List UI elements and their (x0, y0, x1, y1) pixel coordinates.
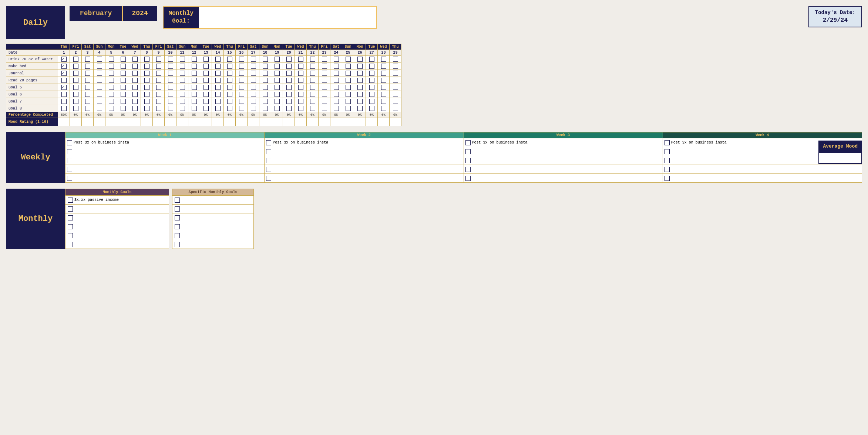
checkbox-2-5[interactable] (117, 70, 129, 77)
weekly-task-1-0[interactable]: Post 3x on business insta (265, 138, 464, 147)
mood-cell-11[interactable] (188, 118, 200, 126)
checkbox-2-2[interactable] (82, 70, 94, 77)
checkbox-7-4[interactable] (105, 105, 117, 112)
checkbox-4-24[interactable] (342, 84, 354, 91)
checkbox-5-13[interactable] (212, 91, 224, 98)
mood-cell-27[interactable] (378, 118, 390, 126)
monthly-goal-3[interactable] (65, 222, 169, 231)
checkbox-1-20[interactable] (295, 63, 307, 70)
checkbox-1-21[interactable] (307, 63, 319, 70)
weekly-task-1-4[interactable] (265, 174, 464, 183)
checkbox-4-27[interactable] (378, 84, 390, 91)
checkbox-0-6[interactable] (129, 56, 141, 63)
checkbox-3-10[interactable] (176, 77, 188, 84)
specific-goal-4[interactable] (172, 231, 254, 240)
checkbox-0-14[interactable] (224, 56, 236, 63)
specific-goal-cb-4[interactable] (175, 233, 180, 238)
weekly-task-0-1[interactable] (65, 147, 265, 156)
checkbox-2-28[interactable] (390, 70, 401, 77)
checkbox-6-6[interactable] (129, 98, 141, 105)
checkbox-2-8[interactable] (153, 70, 165, 77)
mood-cell-25[interactable] (354, 118, 366, 126)
specific-goal-cb-0[interactable] (175, 198, 180, 203)
checkbox-3-27[interactable] (378, 77, 390, 84)
checkbox-5-11[interactable] (188, 91, 200, 98)
checkbox-7-19[interactable] (283, 105, 295, 112)
checkbox-5-18[interactable] (271, 91, 283, 98)
monthly-goal-cb-5[interactable] (68, 242, 73, 247)
checkbox-2-7[interactable] (141, 70, 153, 77)
checkbox-7-2[interactable] (82, 105, 94, 112)
checkbox-7-8[interactable] (153, 105, 165, 112)
weekly-task-2-2[interactable] (464, 156, 663, 165)
checkbox-1-26[interactable] (366, 63, 378, 70)
checkbox-0-10[interactable] (176, 56, 188, 63)
checkbox-2-23[interactable] (330, 70, 342, 77)
checkbox-3-6[interactable] (129, 77, 141, 84)
checkbox-6-15[interactable] (236, 98, 248, 105)
weekly-task-0-4[interactable] (65, 174, 265, 183)
checkbox-6-5[interactable] (117, 98, 129, 105)
weekly-task-1-2[interactable] (265, 156, 464, 165)
checkbox-3-19[interactable] (283, 77, 295, 84)
checkbox-7-1[interactable] (70, 105, 82, 112)
checkbox-2-14[interactable] (224, 70, 236, 77)
weekly-cb-2-4[interactable] (465, 176, 471, 181)
checkbox-5-14[interactable] (224, 91, 236, 98)
mood-cell-8[interactable] (153, 118, 165, 126)
checkbox-0-11[interactable] (188, 56, 200, 63)
checkbox-0-17[interactable] (259, 56, 271, 63)
checkbox-4-21[interactable] (307, 84, 319, 91)
mood-cell-13[interactable] (212, 118, 224, 126)
checkbox-6-1[interactable] (70, 98, 82, 105)
monthly-goal-input[interactable] (199, 7, 376, 28)
checkbox-2-21[interactable] (307, 70, 319, 77)
checkbox-6-16[interactable] (248, 98, 259, 105)
checkbox-4-6[interactable] (129, 84, 141, 91)
checkbox-6-7[interactable] (141, 98, 153, 105)
checkbox-2-4[interactable] (105, 70, 117, 77)
checkbox-0-18[interactable] (271, 56, 283, 63)
weekly-cb-1-1[interactable] (266, 149, 271, 154)
checkbox-3-18[interactable] (271, 77, 283, 84)
checkbox-4-25[interactable] (354, 84, 366, 91)
mood-cell-18[interactable] (271, 118, 283, 126)
mood-cell-17[interactable] (259, 118, 271, 126)
checkbox-1-24[interactable] (342, 63, 354, 70)
checkbox-7-24[interactable] (342, 105, 354, 112)
checkbox-3-17[interactable] (259, 77, 271, 84)
checkbox-3-25[interactable] (354, 77, 366, 84)
mood-cell-6[interactable] (129, 118, 141, 126)
checkbox-3-1[interactable] (70, 77, 82, 84)
checkbox-0-25[interactable] (354, 56, 366, 63)
mood-cell-4[interactable] (105, 118, 117, 126)
checkbox-5-15[interactable] (236, 91, 248, 98)
mood-cell-19[interactable] (283, 118, 295, 126)
checkbox-3-13[interactable] (212, 77, 224, 84)
checkbox-0-21[interactable] (307, 56, 319, 63)
weekly-task-3-3[interactable] (663, 165, 862, 174)
checkbox-6-3[interactable] (94, 98, 105, 105)
checkbox-3-20[interactable] (295, 77, 307, 84)
checkbox-3-0[interactable] (58, 77, 70, 84)
checkbox-0-4[interactable] (105, 56, 117, 63)
checkbox-5-20[interactable] (295, 91, 307, 98)
mood-cell-20[interactable] (295, 118, 307, 126)
checkbox-3-28[interactable] (390, 77, 401, 84)
checkbox-7-9[interactable] (165, 105, 176, 112)
checkbox-1-2[interactable] (82, 63, 94, 70)
checkbox-2-3[interactable] (94, 70, 105, 77)
mood-cell-24[interactable] (342, 118, 354, 126)
checkbox-4-5[interactable] (117, 84, 129, 91)
checkbox-7-5[interactable] (117, 105, 129, 112)
specific-goal-2[interactable] (172, 213, 254, 222)
weekly-cb-0-3[interactable] (67, 167, 72, 172)
checkbox-0-15[interactable] (236, 56, 248, 63)
checkbox-4-12[interactable] (200, 84, 212, 91)
checkbox-1-16[interactable] (248, 63, 259, 70)
checkbox-3-22[interactable] (319, 77, 330, 84)
monthly-goal-5[interactable] (65, 240, 169, 249)
checkbox-0-5[interactable] (117, 56, 129, 63)
checkbox-0-1[interactable] (70, 56, 82, 63)
checkbox-4-16[interactable] (248, 84, 259, 91)
